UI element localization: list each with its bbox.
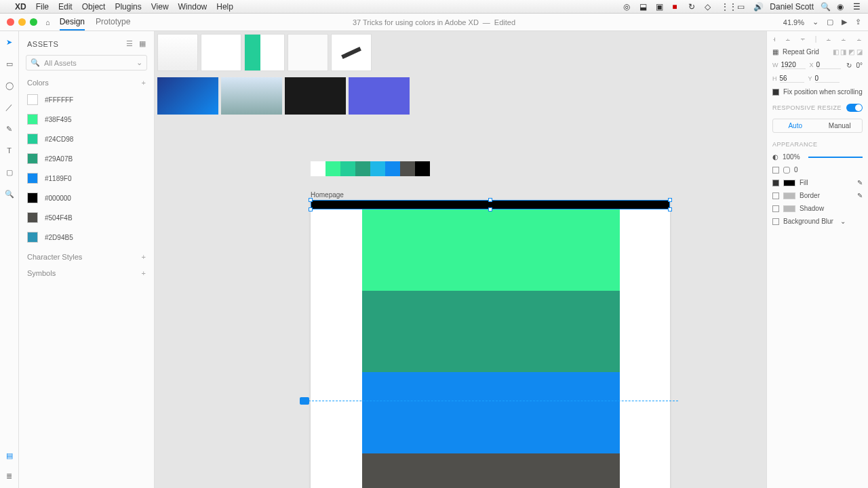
chevron-down-icon[interactable]: ⌄ — [812, 18, 818, 26]
opacity-slider[interactable] — [808, 157, 863, 158]
color-asset-item[interactable]: #FFFFFF — [23, 90, 150, 109]
fill-swatch[interactable] — [783, 180, 795, 186]
x-input[interactable] — [816, 61, 841, 69]
app-name[interactable]: XD — [15, 2, 26, 12]
assets-icon[interactable]: ▤ — [4, 450, 15, 461]
height-input[interactable] — [780, 75, 804, 83]
menu-file[interactable]: File — [36, 2, 49, 12]
fix-position-checkbox[interactable] — [772, 89, 779, 96]
menu-help[interactable]: Help — [216, 2, 233, 12]
search-icon[interactable]: 🔍 — [821, 2, 830, 12]
layers-icon[interactable]: ≣ — [4, 470, 15, 481]
selected-rectangle[interactable] — [311, 200, 670, 209]
artboard-thumb[interactable] — [157, 77, 218, 115]
palette-chip[interactable] — [385, 161, 400, 176]
add-color-icon[interactable]: + — [142, 79, 146, 87]
artboard-thumb[interactable] — [349, 77, 410, 115]
control-center-icon[interactable]: ◉ — [837, 2, 846, 12]
color-asset-item[interactable]: #24CD98 — [23, 129, 150, 148]
color-stripe[interactable] — [362, 209, 620, 291]
list-view-icon[interactable]: ☰ — [126, 39, 134, 48]
artboard-thumb[interactable] — [244, 34, 285, 71]
palette-chip[interactable] — [415, 161, 430, 176]
palette-chip[interactable] — [355, 161, 370, 176]
menu-plugins[interactable]: Plugins — [115, 2, 141, 12]
artboard-homepage[interactable] — [311, 200, 670, 488]
boolean-ops-icons[interactable]: ◧ ◨ ◩ ◪ — [833, 48, 863, 56]
auto-option[interactable]: Auto — [773, 119, 818, 132]
repeat-grid-handle[interactable] — [300, 397, 309, 405]
palette-chip[interactable] — [340, 161, 355, 176]
rectangle-tool[interactable]: ▭ — [4, 58, 15, 69]
border-swatch[interactable] — [783, 192, 795, 199]
y-input[interactable] — [815, 75, 840, 83]
eyedropper-icon[interactable]: ✎ — [857, 179, 863, 186]
shadow-swatch[interactable] — [783, 205, 795, 212]
artboard-tool[interactable]: ▢ — [4, 167, 15, 178]
corner-radius-value[interactable]: 0 — [794, 166, 798, 174]
border-checkbox[interactable] — [772, 192, 779, 199]
align-left-icon[interactable]: ⫞ — [772, 35, 776, 43]
artboard-thumb[interactable] — [221, 77, 282, 115]
select-tool[interactable]: ➤ — [4, 37, 15, 47]
manual-option[interactable]: Manual — [818, 119, 863, 132]
zoom-level[interactable]: 41.9% — [783, 18, 804, 26]
colors-section[interactable]: Colors — [27, 79, 49, 87]
rotation-value[interactable]: 0° — [856, 62, 863, 69]
tab-design[interactable]: Design — [60, 14, 85, 30]
color-stripe[interactable] — [362, 372, 620, 453]
menu-view[interactable]: View — [151, 2, 169, 12]
user-name[interactable]: Daniel Scott — [770, 2, 814, 12]
artboard-thumb[interactable] — [157, 34, 198, 71]
width-input[interactable] — [781, 61, 806, 69]
responsive-toggle[interactable] — [846, 104, 863, 112]
blur-checkbox[interactable] — [772, 218, 779, 225]
align-middle-icon[interactable]: ⫠ — [840, 35, 847, 43]
add-symbol-icon[interactable]: + — [142, 269, 146, 277]
window-controls[interactable] — [7, 18, 37, 26]
align-top-icon[interactable]: ⫠ — [825, 35, 832, 43]
palette-chip[interactable] — [370, 161, 385, 176]
align-right-icon[interactable]: ⫟ — [800, 35, 806, 43]
rotate-icon[interactable]: ↻ — [846, 62, 852, 69]
opacity-value[interactable]: 100% — [783, 153, 800, 161]
shadow-checkbox[interactable] — [772, 205, 779, 212]
text-tool[interactable]: T — [4, 145, 15, 156]
ellipse-tool[interactable]: ◯ — [4, 80, 15, 91]
menu-edit[interactable]: Edit — [58, 2, 73, 12]
line-tool[interactable]: ／ — [4, 102, 15, 113]
pen-tool[interactable]: ✎ — [4, 123, 15, 134]
repeat-grid-row[interactable]: ▦ Repeat Grid ◧ ◨ ◩ ◪ — [772, 48, 863, 56]
add-charstyle-icon[interactable]: + — [142, 253, 146, 261]
play-icon[interactable]: ▶ — [842, 18, 847, 26]
artboard-thumb[interactable] — [288, 34, 328, 71]
color-asset-item[interactable]: #000000 — [23, 188, 150, 207]
zoom-tool[interactable]: 🔍 — [4, 188, 15, 199]
chevron-down-icon[interactable]: ⌄ — [136, 58, 142, 67]
chevron-down-icon[interactable]: ⌄ — [840, 218, 846, 225]
grid-view-icon[interactable]: ▦ — [139, 39, 146, 48]
color-asset-item[interactable]: #29A07B — [23, 149, 150, 168]
char-styles-section[interactable]: Character Styles — [27, 253, 82, 261]
artboard-thumb[interactable] — [331, 34, 372, 71]
device-preview-icon[interactable]: ▢ — [827, 18, 833, 26]
tab-prototype[interactable]: Prototype — [96, 14, 130, 30]
symbols-section[interactable]: Symbols — [27, 269, 56, 277]
share-icon[interactable]: ⇪ — [855, 18, 861, 26]
blend-checkbox[interactable] — [772, 167, 779, 174]
color-asset-item[interactable]: #2D94B5 — [23, 228, 150, 247]
color-asset-item[interactable]: #38F495 — [23, 110, 150, 129]
artboard-thumb[interactable] — [285, 77, 346, 115]
home-icon[interactable]: ⌂ — [45, 18, 50, 26]
menu-object[interactable]: Object — [82, 2, 106, 12]
corner-radius-icon[interactable] — [783, 167, 790, 174]
resize-mode-segment[interactable]: AutoManual — [772, 119, 863, 133]
palette-chip[interactable] — [326, 161, 340, 176]
assets-search[interactable]: 🔍 All Assets ⌄ — [26, 55, 147, 70]
palette-chip[interactable] — [400, 161, 415, 176]
align-center-icon[interactable]: ⫠ — [785, 35, 791, 43]
color-stripe[interactable] — [362, 291, 620, 372]
menu-window[interactable]: Window — [178, 2, 208, 12]
eyedropper-icon[interactable]: ✎ — [857, 192, 863, 199]
palette-chip[interactable] — [311, 161, 326, 176]
